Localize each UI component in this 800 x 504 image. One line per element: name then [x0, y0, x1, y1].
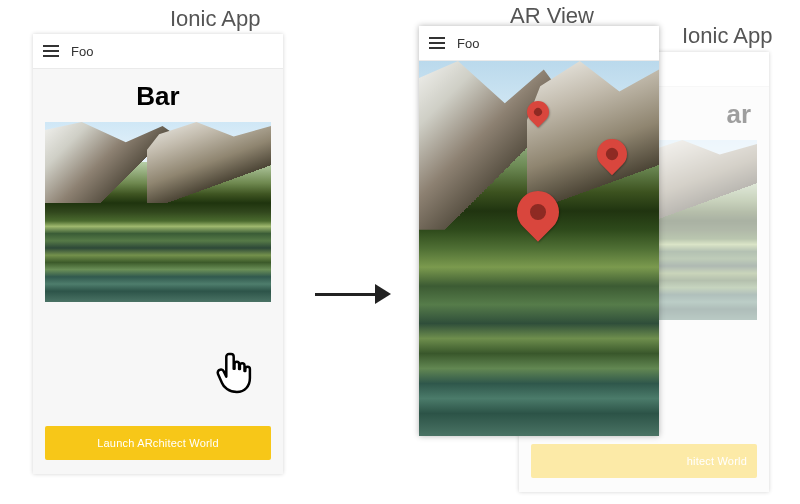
menu-icon[interactable] [429, 37, 445, 49]
header-title: Foo [457, 36, 479, 51]
landscape-image [45, 122, 271, 302]
launch-ar-button[interactable]: Launch ARchitect World [45, 426, 271, 460]
label-ionic-left: Ionic App [170, 6, 261, 32]
menu-icon[interactable] [43, 45, 59, 57]
header-bar: Foo [419, 26, 659, 61]
content-area: Bar Launch ARchitect World [33, 69, 283, 474]
launch-ar-button-clipped[interactable]: hitect World [531, 444, 757, 478]
ar-camera-view[interactable] [419, 61, 659, 436]
ionic-phone-left: Foo Bar Launch ARchitect World [33, 34, 283, 474]
transition-arrow-icon [315, 284, 391, 304]
header-title: Foo [71, 44, 93, 59]
page-title: Bar [45, 81, 271, 112]
header-bar: Foo [33, 34, 283, 69]
ar-view-phone: Foo [419, 26, 659, 436]
label-ionic-right: Ionic App [682, 23, 773, 49]
pointer-cursor-icon [216, 350, 256, 396]
